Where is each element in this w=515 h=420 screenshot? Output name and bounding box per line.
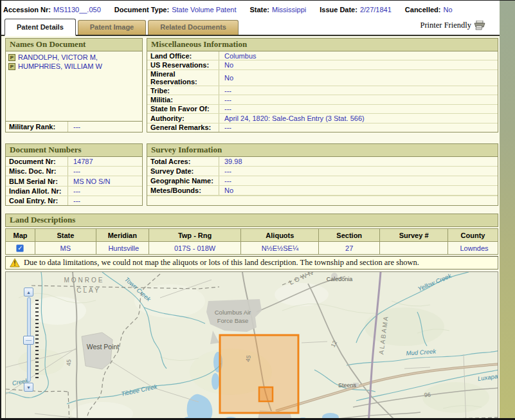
names-list: P RANDOLPH, VICTOR M, P HUMPHRIES, WILLI… — [6, 51, 142, 121]
zoom-out-button[interactable]: ▼ — [24, 383, 33, 392]
row-value: Columbus — [219, 52, 257, 60]
general-remarks-row: General Remarks:--- — [147, 123, 498, 132]
page-background-strip — [500, 1, 515, 420]
patentee-name-link[interactable]: RANDOLPH, VICTOR M, — [18, 53, 98, 61]
names-panel-title: Names On Document — [6, 39, 142, 51]
accession-field: Accession Nr: MS1130__.050 — [3, 6, 101, 14]
row-label: Survey Date: — [147, 167, 219, 176]
col-aliquots: Aliquots — [241, 229, 319, 242]
map-canvas[interactable]: MONROE CLAY LOWN PICKEN ALABAMA West Poi… — [6, 272, 498, 420]
printer-icon — [474, 21, 485, 30]
us-reservations-row: US Reservations:No — [147, 60, 498, 69]
blm-serial-nr-row: BLM Serial Nr:MS NO S/N — [6, 176, 142, 186]
row-value: --- — [219, 105, 231, 113]
document-numbers-panel: Document Numbers Document Nr:14787 Misc.… — [5, 143, 143, 206]
authority-row: Authority:April 24, 1820: Sale-Cash Entr… — [147, 114, 498, 123]
cancelled-field: Cancelled: No — [405, 6, 453, 14]
docnum-panel-title: Document Numbers — [6, 144, 142, 157]
coal-entry-nr-row: Coal Entry. Nr:--- — [6, 196, 142, 205]
row-label: Metes/Bounds: — [147, 186, 219, 195]
zoom-slider-thumb[interactable] — [23, 336, 34, 345]
misc-panel-title: Miscellaneous Information — [147, 39, 498, 51]
survey-panel-filler — [147, 196, 498, 205]
zoom-in-button[interactable]: ▲ — [24, 288, 33, 297]
list-item: P HUMPHRIES, WILLIAM W — [8, 62, 140, 70]
tab-related-documents[interactable]: Related Documents — [148, 20, 239, 35]
tab-patent-image[interactable]: Patent Image — [78, 20, 146, 35]
map-checkbox[interactable]: ✓ — [16, 244, 24, 252]
row-label: Misc. Doc. Nr: — [6, 167, 68, 176]
metes-bounds-row: Metes/Bounds:No — [147, 186, 498, 196]
row-label: State In Favor Of: — [147, 105, 219, 113]
row-label: Coal Entry. Nr: — [6, 196, 68, 205]
county-cell: Lowndes — [448, 242, 498, 255]
names-on-document-panel: Names On Document P RANDOLPH, VICTOR M, … — [5, 38, 143, 132]
row-value: No — [219, 61, 233, 69]
warning-icon: ! — [10, 258, 20, 268]
patentee-icon: P — [8, 63, 15, 70]
aliquots-cell: N½E½SE¼ — [241, 242, 319, 255]
issue-date-label: Issue Date: — [320, 6, 357, 14]
row-label: Geographic Name: — [147, 176, 219, 185]
svg-text:!: ! — [14, 260, 15, 267]
map-section-highlight — [259, 387, 273, 401]
row-label: Militia: — [147, 95, 219, 104]
row-value: April 24, 1820: Sale-Cash Entry (3 Stat.… — [219, 114, 365, 122]
col-county: County — [448, 229, 498, 242]
row-label: Tribe: — [147, 86, 219, 95]
meridian-cell: Huntsville — [96, 242, 149, 255]
col-map: Map — [6, 229, 35, 242]
row-value: --- — [219, 167, 231, 175]
county-label-monroe: MONROE — [64, 277, 105, 284]
row-value: --- — [219, 177, 231, 185]
survey-date-row: Survey Date:--- — [147, 167, 498, 176]
printer-friendly-label: Printer Friendly — [420, 21, 471, 30]
row-value: --- — [68, 187, 80, 195]
col-survey: Survey # — [380, 229, 448, 242]
tab-patent-details[interactable]: Patent Details — [5, 19, 76, 36]
survey-panel-title: Survey Information — [147, 144, 498, 157]
town-label-steens: Steens — [338, 382, 357, 388]
col-section: Section — [319, 229, 380, 242]
zoom-slider-ticks — [35, 300, 39, 381]
state-field: State: Mississippi — [249, 6, 306, 14]
cafb-label-line1: Columbus Air — [215, 309, 251, 316]
militia-row: Militia:--- — [147, 95, 498, 104]
map-township-highlight — [220, 335, 298, 413]
row-value: --- — [68, 197, 80, 205]
row-label: Indian Allot. Nr: — [6, 187, 68, 196]
survey-cell — [380, 242, 448, 255]
highway-label-45-east: 45 — [244, 354, 252, 362]
county-label-clay: CLAY — [77, 287, 100, 294]
section-cell: 27 — [319, 242, 380, 255]
total-acres-row: Total Acres:39.98 — [147, 157, 498, 167]
patentee-icon: P — [8, 54, 15, 61]
military-rank-row: Military Rank: --- — [6, 121, 142, 132]
issue-date-value: 2/27/1841 — [360, 6, 392, 14]
indian-allot-nr-row: Indian Allot. Nr:--- — [6, 187, 142, 196]
cancelled-label: Cancelled: — [405, 6, 441, 14]
doc-type-field: Document Type: State Volume Patent — [114, 6, 237, 14]
row-value: --- — [68, 167, 80, 175]
patentee-name-link[interactable]: HUMPHRIES, WILLIAM W — [18, 62, 102, 70]
row-value: --- — [219, 96, 231, 104]
land-description-map[interactable]: MONROE CLAY LOWN PICKEN ALABAMA West Poi… — [5, 271, 498, 420]
mineral-reservations-row: Mineral Reservations:No — [147, 70, 498, 86]
survey-information-panel: Survey Information Total Acres:39.98 Sur… — [147, 143, 498, 206]
land-descriptions-table: Map State Meridian Twp - Rng Aliquots Se… — [5, 228, 498, 255]
glo-patent-details-page: Accession Nr: MS1130__.050 Document Type… — [0, 0, 515, 420]
patent-details-content: Names On Document P RANDOLPH, VICTOR M, … — [1, 36, 501, 420]
col-twp-rng: Twp - Rng — [149, 229, 241, 242]
tab-bar: Patent Details Patent Image Related Docu… — [1, 18, 500, 36]
highway-label-96: 96 — [424, 392, 431, 399]
printer-friendly-link[interactable]: Printer Friendly — [420, 18, 485, 35]
row-value: --- — [219, 87, 231, 95]
list-item: P RANDOLPH, VICTOR M, — [8, 53, 140, 61]
accession-label: Accession Nr: — [3, 6, 51, 14]
row-value: MS NO S/N — [68, 178, 110, 185]
row-label: Authority: — [147, 114, 219, 122]
doc-type-value: State Volume Patent — [172, 6, 236, 14]
col-meridian: Meridian — [96, 229, 149, 242]
row-label: Document Nr: — [6, 157, 68, 166]
accession-value: MS1130__.050 — [53, 6, 101, 14]
